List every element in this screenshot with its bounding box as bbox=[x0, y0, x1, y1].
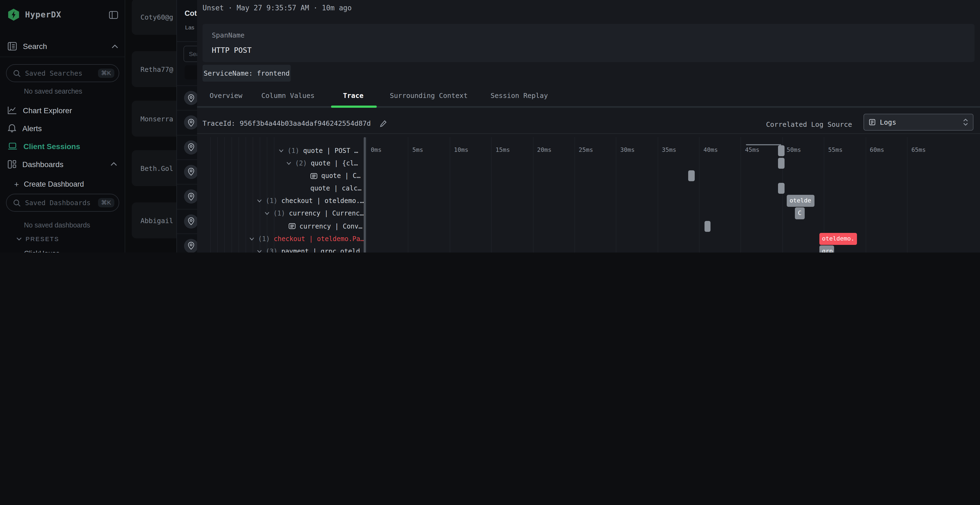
tab-underline-track bbox=[197, 106, 980, 108]
timeline-gridline bbox=[408, 137, 409, 252]
event-row[interactable] bbox=[177, 86, 197, 110]
sidebar-item-client-sessions[interactable]: Client Sessions bbox=[0, 137, 125, 155]
select-chevrons-icon bbox=[963, 119, 968, 126]
chevron-down-icon[interactable] bbox=[286, 162, 291, 165]
span-bar[interactable]: otelde bbox=[787, 195, 815, 207]
event-row[interactable] bbox=[177, 135, 197, 159]
search-placeholder: Saved Searches bbox=[25, 69, 93, 77]
presets-label: PRESETS bbox=[25, 236, 59, 242]
log-source-value: Logs bbox=[880, 118, 959, 126]
sidebar-item-alerts[interactable]: Alerts bbox=[0, 119, 125, 137]
span-bar[interactable] bbox=[778, 158, 784, 169]
child-count: (1) bbox=[288, 147, 299, 154]
span-label: checkout | oteldemo.Pa… bbox=[274, 235, 364, 243]
trace-tree-row[interactable]: (1)currency | Currenc… bbox=[265, 208, 364, 219]
sidebar-item-label: Dashboards bbox=[22, 160, 105, 168]
trace-tree-row[interactable]: (1)quote | POST … bbox=[279, 145, 358, 156]
trace-tree-row[interactable]: currency | Conv… bbox=[288, 221, 362, 231]
child-count: (1) bbox=[258, 235, 270, 243]
preset-clickhouse[interactable]: ClickHouse bbox=[24, 247, 60, 252]
trace-tree-row[interactable]: (2)quote | {cl… bbox=[286, 158, 358, 168]
chevron-up-icon[interactable] bbox=[111, 44, 118, 48]
tab-surrounding-context[interactable]: Surrounding Context bbox=[390, 91, 468, 100]
trace-tree: (1)quote | POST …(2)quote | {cl…quote | … bbox=[197, 137, 364, 252]
span-bar[interactable]: C bbox=[795, 208, 805, 219]
session-name: Retha77@ bbox=[132, 65, 173, 73]
shortcut-badge: ⌘K bbox=[98, 198, 115, 207]
indent-guide bbox=[239, 137, 239, 252]
trace-tree-row[interactable]: quote | calc… bbox=[310, 183, 361, 194]
plus-icon: + bbox=[14, 179, 19, 189]
sidebar-item-search[interactable]: Search bbox=[8, 42, 118, 51]
tab-overview[interactable]: Overview bbox=[210, 91, 242, 100]
trace-tree-row[interactable]: (1)checkout | oteldemo.… bbox=[257, 196, 364, 206]
events-search-input[interactable]: Sea bbox=[183, 46, 197, 62]
timeline-gridline bbox=[616, 137, 617, 252]
service-name-chip[interactable]: ServiceName: frontend bbox=[202, 65, 291, 82]
trace-id-label: TraceId: bbox=[202, 119, 235, 127]
edit-pencil-icon[interactable] bbox=[379, 119, 387, 127]
laptop-icon bbox=[8, 142, 18, 150]
saved-searches-input[interactable]: Saved Searches ⌘K bbox=[6, 64, 119, 82]
timeline-gridline bbox=[366, 137, 367, 252]
event-header-line: Unset · May 27 9:35:57 AM · 10m ago bbox=[202, 4, 352, 12]
location-pin-icon bbox=[184, 239, 197, 252]
trace-tree-row[interactable]: (1)checkout | oteldemo.Pa… bbox=[249, 234, 364, 244]
event-row[interactable] bbox=[177, 159, 197, 184]
session-name: Monserra bbox=[132, 114, 173, 123]
timeline-gridline bbox=[907, 137, 908, 252]
sidebar-item-chart-explorer[interactable]: Chart Explorer bbox=[0, 101, 125, 119]
tree-scrollbar[interactable] bbox=[364, 137, 366, 252]
presets-header[interactable]: PRESETS bbox=[16, 236, 118, 242]
span-bar[interactable] bbox=[705, 221, 711, 232]
location-pin-icon bbox=[184, 91, 197, 105]
axis-tick-label: 65ms bbox=[912, 146, 926, 154]
timeline-gridline bbox=[741, 137, 741, 252]
event-row[interactable] bbox=[177, 184, 197, 208]
axis-tick-label: 0ms bbox=[371, 146, 382, 154]
chevron-down-icon[interactable] bbox=[265, 212, 269, 215]
trace-tree-row[interactable]: quote | C… bbox=[310, 171, 361, 181]
indent-guide bbox=[224, 137, 225, 252]
events-filter-button[interactable] bbox=[185, 65, 197, 79]
span-bar[interactable] bbox=[688, 170, 694, 181]
indent-guide bbox=[210, 137, 211, 252]
divider bbox=[197, 133, 980, 134]
tab-session-replay[interactable]: Session Replay bbox=[490, 91, 548, 100]
span-bar[interactable]: oteldemo. bbox=[819, 233, 857, 245]
child-count: (3) bbox=[266, 248, 277, 252]
span-bar[interactable] bbox=[778, 145, 784, 156]
event-row[interactable] bbox=[177, 233, 197, 252]
chevron-down-icon[interactable] bbox=[257, 250, 262, 252]
child-count: (2) bbox=[295, 159, 307, 167]
grid-icon bbox=[8, 160, 16, 168]
axis-tick-label: 40ms bbox=[703, 146, 718, 154]
chevron-down-icon[interactable] bbox=[279, 149, 284, 152]
axis-tick-label: 20ms bbox=[537, 146, 552, 154]
create-dashboard-button[interactable]: + Create Dashboard bbox=[14, 179, 118, 189]
session-name: Abbigail bbox=[132, 216, 173, 224]
collapse-sidebar-icon[interactable] bbox=[109, 11, 118, 19]
search-section-icon bbox=[8, 42, 17, 51]
correlated-log-source-label: Correlated Log Source bbox=[766, 120, 852, 129]
event-row[interactable] bbox=[177, 110, 197, 135]
chevron-down-icon[interactable] bbox=[257, 199, 262, 203]
timeline-gridline bbox=[533, 137, 533, 252]
span-bar[interactable] bbox=[778, 183, 784, 194]
trace-tree-row[interactable]: (3)payment | grpc.oteld… bbox=[257, 246, 364, 252]
chevron-up-icon[interactable] bbox=[111, 162, 117, 166]
span-bar[interactable]: grp bbox=[819, 245, 834, 252]
sidebar-item-label: Alerts bbox=[22, 124, 117, 132]
tab-column-values[interactable]: Column Values bbox=[261, 91, 315, 100]
sidebar-item-dashboards[interactable]: Dashboards bbox=[0, 155, 125, 173]
saved-dashboards-input[interactable]: Saved Dashboards ⌘K bbox=[6, 194, 119, 212]
no-saved-searches: No saved searches bbox=[24, 87, 82, 95]
log-source-select[interactable]: Logs bbox=[864, 114, 974, 130]
session-events-panel: Cot Las Sea ⇆>_ bbox=[177, 0, 197, 252]
event-row[interactable] bbox=[177, 209, 197, 233]
search-icon bbox=[13, 199, 21, 206]
trace-waterfall: 0ms5ms10ms15ms20ms25ms30ms35ms40ms45ms50… bbox=[197, 137, 980, 252]
tab-trace[interactable]: Trace bbox=[343, 91, 363, 100]
chevron-down-icon[interactable] bbox=[249, 237, 254, 241]
sidebar-item-label: Search bbox=[23, 42, 106, 51]
